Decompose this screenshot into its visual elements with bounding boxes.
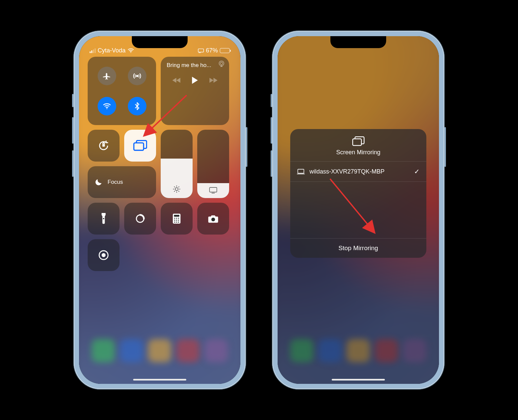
- mirroring-device-name: wildass-XXVR279TQK-MBP: [309, 168, 385, 175]
- volume-slider[interactable]: [197, 130, 229, 198]
- side-button[interactable]: [444, 127, 446, 167]
- svg-point-25: [102, 253, 106, 257]
- next-track-button[interactable]: [209, 77, 217, 84]
- svg-point-22: [178, 222, 179, 223]
- home-indicator[interactable]: [332, 379, 385, 381]
- svg-point-21: [176, 222, 177, 223]
- wifi-icon: [103, 102, 111, 110]
- camera-button[interactable]: [197, 203, 229, 235]
- screen-mirroring-status-icon: [198, 48, 204, 53]
- ring-silent-switch[interactable]: [271, 94, 272, 107]
- stop-mirroring-label: Stop Mirroring: [338, 245, 378, 251]
- screen-mirroring-panel: Screen Mirroring wildass-XXVR279TQK-MBP …: [290, 129, 426, 258]
- antenna-icon: [133, 72, 141, 80]
- screen-record-button[interactable]: [88, 239, 120, 271]
- notch: [330, 36, 386, 48]
- screen-mirroring-toggle[interactable]: [124, 130, 156, 162]
- volume-down-button[interactable]: [271, 150, 272, 177]
- svg-rect-27: [353, 139, 361, 146]
- svg-point-16: [178, 218, 179, 219]
- wifi-status-icon: [128, 48, 134, 53]
- svg-point-17: [174, 220, 175, 221]
- battery-pct: 67%: [206, 47, 218, 54]
- laptop-icon: [297, 169, 305, 175]
- volume-up-button[interactable]: [271, 117, 272, 144]
- mirroring-device-row[interactable]: wildass-XXVR279TQK-MBP ✓: [290, 161, 426, 182]
- iphone-left: Cyta-Voda 67%: [74, 31, 246, 389]
- svg-rect-28: [298, 169, 304, 173]
- wifi-toggle[interactable]: [98, 97, 116, 115]
- airplane-mode-toggle[interactable]: [98, 67, 116, 85]
- moon-icon: [94, 178, 103, 186]
- screen-mirroring-volume-icon: [209, 187, 217, 193]
- orientation-lock-icon: [98, 140, 110, 152]
- svg-point-20: [174, 222, 175, 223]
- now-playing-module[interactable]: Bring me the ho...: [161, 57, 229, 125]
- ring-silent-switch[interactable]: [72, 94, 74, 107]
- checkmark-icon: ✓: [414, 168, 420, 175]
- focus-label: Focus: [108, 179, 123, 185]
- mirroring-empty-area: [290, 182, 426, 238]
- airplay-audio-icon[interactable]: [218, 60, 225, 67]
- screen-mirroring-title: Screen Mirroring: [294, 149, 423, 156]
- svg-point-2: [136, 75, 137, 76]
- now-playing-title: Bring me the ho...: [167, 62, 223, 69]
- flashlight-button[interactable]: [88, 203, 120, 235]
- volume-down-button[interactable]: [72, 150, 74, 177]
- connectivity-module[interactable]: [88, 57, 156, 125]
- airplane-icon: [103, 72, 111, 80]
- brightness-slider[interactable]: [161, 130, 193, 198]
- orientation-lock-toggle[interactable]: [88, 130, 120, 162]
- cellular-data-toggle[interactable]: [128, 67, 146, 85]
- svg-rect-9: [210, 187, 217, 192]
- bluetooth-toggle[interactable]: [128, 97, 146, 115]
- play-button[interactable]: [191, 76, 199, 85]
- focus-toggle[interactable]: Focus: [88, 166, 156, 198]
- svg-point-8: [175, 188, 178, 191]
- svg-point-0: [130, 52, 131, 53]
- svg-point-5: [220, 62, 222, 64]
- svg-point-3: [106, 108, 107, 109]
- home-indicator[interactable]: [133, 379, 186, 381]
- prev-track-button[interactable]: [172, 77, 181, 84]
- calculator-button[interactable]: [161, 203, 193, 235]
- screen-record-icon: [98, 250, 109, 260]
- brightness-icon: [172, 185, 181, 193]
- volume-up-button[interactable]: [72, 117, 74, 144]
- svg-point-14: [174, 218, 175, 219]
- bluetooth-icon: [133, 102, 141, 110]
- side-button[interactable]: [246, 127, 247, 167]
- svg-point-10: [103, 218, 104, 219]
- calculator-icon: [173, 214, 181, 224]
- notch: [132, 36, 188, 48]
- flashlight-icon: [100, 213, 107, 224]
- svg-rect-6: [102, 144, 105, 147]
- svg-point-19: [178, 220, 179, 221]
- screen-mirroring-icon: [133, 140, 147, 151]
- svg-rect-7: [134, 143, 143, 150]
- timer-button[interactable]: [124, 203, 156, 235]
- svg-point-23: [211, 218, 215, 221]
- stop-mirroring-button[interactable]: Stop Mirroring: [290, 238, 426, 258]
- screen-mirroring-icon: [352, 136, 365, 146]
- carrier-label: Cyta-Voda: [98, 47, 126, 54]
- cellular-signal-icon: [90, 48, 96, 53]
- timer-icon: [135, 214, 145, 224]
- camera-icon: [208, 214, 218, 223]
- svg-point-18: [176, 220, 177, 221]
- svg-rect-13: [174, 215, 179, 217]
- battery-icon: [220, 48, 230, 53]
- svg-point-15: [176, 218, 177, 219]
- iphone-right: Screen Mirroring wildass-XXVR279TQK-MBP …: [272, 31, 444, 389]
